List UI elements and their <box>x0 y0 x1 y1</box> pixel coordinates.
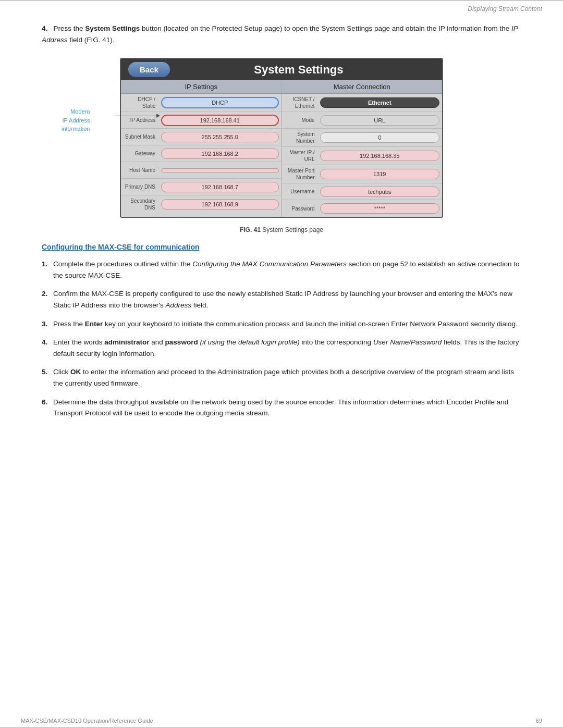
callout-arrow-line <box>115 116 156 116</box>
footer-right: 69 <box>536 718 542 724</box>
ip-settings-header: IP Settings <box>121 80 282 94</box>
field-password[interactable]: ***** <box>320 203 440 214</box>
step4-text-end: field (FIG. 41). <box>68 36 115 44</box>
master-connection-header: Master Connection <box>282 80 443 94</box>
ip-row-secondary-dns: Secondary DNS 192.168.168.9 <box>121 195 282 213</box>
mc-row-sys-num: System Number 0 <box>282 129 443 147</box>
mc-row-master-port: Master Port Number 1319 <box>282 165 443 183</box>
list-num-1: 1. <box>42 258 53 281</box>
list-num-3: 3. <box>42 318 53 330</box>
mc-row-mode: Mode URL <box>282 112 443 129</box>
list-content-6: Determine the data throughput available … <box>53 397 521 419</box>
label-primary-dns: Primary DNS <box>121 181 158 192</box>
list-item-1: 1. Complete the procedures outlined with… <box>42 258 521 281</box>
mc-row-master-ip: Master IP / URL 192.168.168.35 <box>282 147 443 165</box>
field-system-number[interactable]: 0 <box>320 132 440 143</box>
label-subnet: Subnet Mask <box>121 131 158 142</box>
field-master-port[interactable]: 1319 <box>320 169 440 179</box>
label-hostname: Host Name <box>121 165 158 176</box>
section-heading: Configuring the MAX-CSE for communicatio… <box>42 243 521 251</box>
top-rule <box>0 0 563 1</box>
ip-row-gateway: Gateway 192.168.168.2 <box>121 145 282 162</box>
page-header: Displaying Stream Content <box>0 0 563 13</box>
list-num-6: 6. <box>42 397 53 419</box>
fig-caption: FIG. 41 System Settings page <box>42 226 521 233</box>
field-ip-address[interactable]: 192.168.168.41 <box>161 115 279 126</box>
label-system-number: System Number <box>282 129 317 146</box>
fig-text: System Settings page <box>261 226 323 233</box>
label-master-port: Master Port Number <box>282 165 317 183</box>
step4-bold1: System Settings <box>85 24 140 32</box>
mc-row-username: Username techpubs <box>282 183 443 200</box>
list-num-5: 5. <box>42 366 53 389</box>
list-item-2: 2. Confirm the MAX-CSE is properly confi… <box>42 288 521 311</box>
ip-row-dhcp: DHCP / Static DHCP <box>121 94 282 112</box>
panel-wrapper: Modero IP Address information Back Syste… <box>42 58 521 223</box>
field-ethernet[interactable]: Ethernet <box>320 97 440 108</box>
label-password: Password <box>282 203 317 214</box>
field-dhcp[interactable]: DHCP <box>161 97 279 108</box>
mc-row-password: Password ***** <box>282 200 443 217</box>
ip-settings-col: IP Settings DHCP / Static DHCP IP Addres… <box>121 80 282 217</box>
panel-body: IP Settings DHCP / Static DHCP IP Addres… <box>121 80 442 217</box>
label-dhcp-static: DHCP / Static <box>121 94 158 112</box>
page-footer: MAX-CSE/MAX-CSD10 Operation/Reference Gu… <box>21 718 542 724</box>
label-username: Username <box>282 186 317 197</box>
field-mode[interactable]: URL <box>320 115 440 126</box>
callout-line3: information <box>62 126 90 132</box>
field-secondary-dns[interactable]: 192.168.168.9 <box>161 199 279 209</box>
step4-intro: 4. Press the System Settings button (loc… <box>42 23 521 45</box>
label-mode: Mode <box>282 115 317 126</box>
label-master-ip: Master IP / URL <box>282 147 317 165</box>
mc-row-icsnet: ICSNET / Ethernet Ethernet <box>282 94 443 112</box>
callout-arrow-head <box>156 114 160 118</box>
field-primary-dns[interactable]: 192.168.168.7 <box>161 182 279 192</box>
list-content-3: Press the Enter key on your keyboard to … <box>53 318 521 330</box>
label-icsnet: ICSNET / Ethernet <box>282 94 317 112</box>
modem-callout: Modero IP Address information <box>62 107 90 133</box>
panel-header: Back System Settings <box>121 59 442 80</box>
step4-text-before: Press the <box>54 24 85 32</box>
list-item-4: 4. Enter the words administrator and pas… <box>42 337 521 359</box>
field-gateway[interactable]: 192.168.168.2 <box>161 149 279 159</box>
step4-text-after: button (located on the Protected Setup p… <box>140 24 511 32</box>
list-content-5: Click OK to enter the information and pr… <box>53 366 521 389</box>
header-text: Displaying Stream Content <box>468 5 542 13</box>
ip-row-hostname: Host Name <box>121 162 282 179</box>
ip-row-primary-dns: Primary DNS 192.168.168.7 <box>121 179 282 195</box>
back-button[interactable]: Back <box>128 62 170 77</box>
list-content-4: Enter the words administrator and passwo… <box>53 337 521 359</box>
list-item-6: 6. Determine the data throughput availab… <box>42 397 521 419</box>
field-username[interactable]: techpubs <box>320 187 440 197</box>
ip-row-subnet: Subnet Mask 255.255.255.0 <box>121 129 282 145</box>
label-gateway: Gateway <box>121 148 158 159</box>
master-connection-col: Master Connection ICSNET / Ethernet Ethe… <box>282 80 443 217</box>
field-hostname[interactable] <box>161 168 279 172</box>
callout-line2: IP Address <box>62 117 90 124</box>
callout-line1: Modero <box>70 108 90 115</box>
label-secondary-dns: Secondary DNS <box>121 195 158 213</box>
list-item-3: 3. Press the Enter key on your keyboard … <box>42 318 521 330</box>
step4-num: 4. <box>42 24 47 32</box>
callout-arrow <box>115 114 160 118</box>
field-master-ip[interactable]: 192.168.168.35 <box>320 151 440 161</box>
list-num-4: 4. <box>42 337 53 359</box>
list-content-2: Confirm the MAX-CSE is properly configur… <box>53 288 521 311</box>
numbered-list: 1. Complete the procedures outlined with… <box>42 258 521 419</box>
list-item-5: 5. Click OK to enter the information and… <box>42 366 521 389</box>
fig-label: FIG. 41 <box>240 226 261 233</box>
field-subnet[interactable]: 255.255.255.0 <box>161 132 279 142</box>
list-content-1: Complete the procedures outlined within … <box>53 258 521 281</box>
panel-title: System Settings <box>178 63 435 77</box>
system-settings-panel: Back System Settings IP Settings DHCP / … <box>120 58 443 218</box>
footer-left: MAX-CSE/MAX-CSD10 Operation/Reference Gu… <box>21 718 153 724</box>
list-num-2: 2. <box>42 288 53 311</box>
